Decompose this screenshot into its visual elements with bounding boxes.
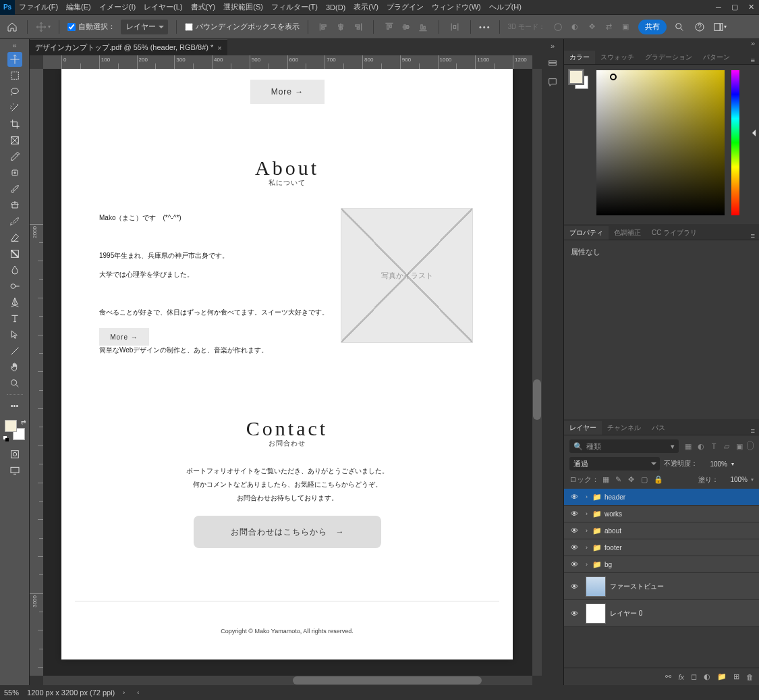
layer-mask-icon[interactable]: ◻ bbox=[691, 672, 697, 681]
opacity-value[interactable]: 100% bbox=[702, 460, 727, 468]
menu-type[interactable]: 書式(Y) bbox=[187, 2, 220, 12]
new-group-icon[interactable]: 📁 bbox=[717, 672, 727, 681]
window-minimize[interactable]: ─ bbox=[710, 1, 727, 14]
menu-3d[interactable]: 3D(D) bbox=[322, 3, 349, 11]
menu-help[interactable]: ヘルプ(H) bbox=[485, 2, 526, 12]
props-panel-menu[interactable]: ≡ bbox=[747, 232, 759, 240]
color-panel-menu[interactable]: ≡ bbox=[747, 56, 759, 64]
layer-bg[interactable]: 👁›📁bg bbox=[564, 556, 759, 573]
close-tab-icon[interactable]: × bbox=[217, 44, 221, 52]
healing-brush-tool[interactable] bbox=[7, 165, 22, 180]
visibility-icon[interactable]: 👁 bbox=[568, 510, 580, 518]
tab-gradients[interactable]: グラデーション bbox=[640, 51, 698, 64]
tab-paths[interactable]: パス bbox=[646, 421, 671, 435]
visibility-icon[interactable]: 👁 bbox=[568, 610, 580, 618]
history-brush-tool[interactable] bbox=[7, 214, 22, 229]
doc-dimensions[interactable]: 1200 px x 3200 px (72 ppi) bbox=[27, 689, 115, 697]
filter-toggle[interactable] bbox=[747, 441, 754, 450]
visibility-icon[interactable]: 👁 bbox=[568, 560, 580, 568]
brush-tool[interactable] bbox=[7, 182, 22, 196]
vertical-scrollbar[interactable] bbox=[532, 69, 542, 676]
tab-layers[interactable]: レイヤー bbox=[564, 421, 602, 435]
comments-panel-icon[interactable] bbox=[546, 76, 559, 89]
magic-wand-tool[interactable] bbox=[7, 101, 22, 115]
filter-pixel-icon[interactable]: ▦ bbox=[683, 441, 694, 452]
visibility-icon[interactable]: 👁 bbox=[568, 527, 580, 535]
swap-colors-icon[interactable]: ⇄ bbox=[21, 419, 26, 425]
tab-patterns[interactable]: パターン bbox=[698, 51, 735, 64]
menu-file[interactable]: ファイル(F) bbox=[15, 2, 62, 12]
window-maximize[interactable]: ▢ bbox=[727, 1, 743, 14]
zoom-tool[interactable] bbox=[7, 376, 22, 391]
visibility-icon[interactable]: 👁 bbox=[568, 493, 580, 501]
align-center-h-icon[interactable] bbox=[333, 20, 348, 34]
layers-panel-menu[interactable]: ≡ bbox=[747, 427, 759, 435]
new-layer-icon[interactable]: ⊞ bbox=[733, 672, 739, 681]
distribute-icon[interactable] bbox=[447, 20, 462, 34]
hand-tool[interactable] bbox=[7, 360, 22, 375]
lock-pixels-icon[interactable]: ▦ bbox=[602, 475, 612, 485]
marquee-tool[interactable] bbox=[7, 68, 22, 83]
move-tool-icon[interactable]: ▾ bbox=[36, 20, 51, 34]
menu-edit[interactable]: 編集(E) bbox=[62, 2, 95, 12]
align-bottom-icon[interactable] bbox=[416, 20, 430, 34]
filter-adjust-icon[interactable]: ◐ bbox=[696, 441, 706, 452]
horizontal-scrollbar[interactable] bbox=[43, 676, 532, 685]
fill-value[interactable]: 100% bbox=[722, 476, 748, 483]
quick-mask-tool[interactable] bbox=[7, 447, 22, 462]
home-icon[interactable] bbox=[5, 20, 19, 34]
zoom-level[interactable]: 55% bbox=[4, 689, 19, 697]
dodge-tool[interactable] bbox=[7, 279, 22, 294]
canvas[interactable]: More → About 私について Mako（まこ）です (*^-^*) 19… bbox=[43, 69, 532, 676]
color-swatches[interactable]: ⇄ bbox=[5, 420, 25, 440]
search-icon[interactable] bbox=[672, 20, 687, 34]
align-middle-icon[interactable] bbox=[399, 20, 414, 34]
tab-channels[interactable]: チャンネル bbox=[602, 421, 646, 435]
document-tab[interactable]: デザインカンプトップ.pdf @ 55% (header, RGB/8#) *× bbox=[30, 39, 227, 55]
lock-all-icon[interactable]: 🔒 bbox=[654, 475, 663, 485]
align-right-icon[interactable] bbox=[350, 20, 365, 34]
ruler-horizontal[interactable]: 0100200300400500600700800900100011001200 bbox=[43, 55, 532, 69]
lock-position-icon[interactable]: ✎ bbox=[615, 475, 625, 485]
adjustment-layer-icon[interactable]: ◐ bbox=[704, 672, 710, 681]
visibility-icon[interactable]: 👁 bbox=[568, 543, 580, 551]
frame-tool[interactable] bbox=[7, 133, 22, 148]
menu-window[interactable]: ウィンドウ(W) bbox=[428, 2, 485, 12]
share-button[interactable]: 共有 bbox=[638, 20, 667, 34]
menu-filter[interactable]: フィルター(T) bbox=[267, 2, 322, 12]
eyedropper-tool[interactable] bbox=[7, 149, 22, 164]
tab-properties[interactable]: プロパティ bbox=[564, 226, 609, 240]
filter-smart-icon[interactable]: ▣ bbox=[734, 441, 745, 452]
align-top-icon[interactable] bbox=[382, 20, 397, 34]
delete-layer-icon[interactable]: 🗑 bbox=[746, 673, 754, 681]
type-tool[interactable] bbox=[7, 311, 22, 326]
history-panel-icon[interactable] bbox=[546, 57, 559, 70]
blend-mode-select[interactable]: 通過 bbox=[569, 457, 660, 470]
link-layers-icon[interactable]: ⚯ bbox=[665, 672, 671, 681]
workspace-icon[interactable]: ▾ bbox=[712, 20, 727, 34]
help-icon[interactable] bbox=[692, 20, 707, 34]
more-options[interactable]: ••• bbox=[479, 23, 491, 31]
layer-works[interactable]: 👁›📁works bbox=[564, 506, 759, 522]
filter-shape-icon[interactable]: ▱ bbox=[721, 441, 732, 452]
align-left-icon[interactable] bbox=[316, 20, 331, 34]
lock-move-icon[interactable]: ✥ bbox=[628, 475, 638, 485]
default-colors-icon[interactable] bbox=[3, 436, 9, 441]
lock-artboard-icon[interactable]: ▢ bbox=[641, 475, 650, 485]
move-tool[interactable] bbox=[7, 52, 22, 67]
color-field[interactable] bbox=[596, 70, 725, 215]
edit-toolbar[interactable]: ••• bbox=[7, 398, 22, 413]
auto-select-check[interactable]: 自動選択： bbox=[67, 22, 115, 32]
clone-stamp-tool[interactable] bbox=[7, 198, 22, 213]
menu-image[interactable]: イメージ(I) bbox=[95, 2, 140, 12]
filter-type-icon[interactable]: T bbox=[708, 441, 719, 452]
path-select-tool[interactable] bbox=[7, 327, 22, 342]
ruler-vertical[interactable]: 100020003000 bbox=[30, 69, 43, 676]
menu-plugins[interactable]: プラグイン bbox=[383, 2, 428, 12]
window-close[interactable]: ✕ bbox=[743, 1, 759, 14]
crop-tool[interactable] bbox=[7, 117, 22, 132]
tab-swatches[interactable]: スウォッチ bbox=[595, 51, 640, 64]
visibility-icon[interactable]: 👁 bbox=[568, 583, 580, 591]
menu-layer[interactable]: レイヤー(L) bbox=[140, 2, 186, 12]
tab-adjustments[interactable]: 色調補正 bbox=[609, 226, 646, 240]
